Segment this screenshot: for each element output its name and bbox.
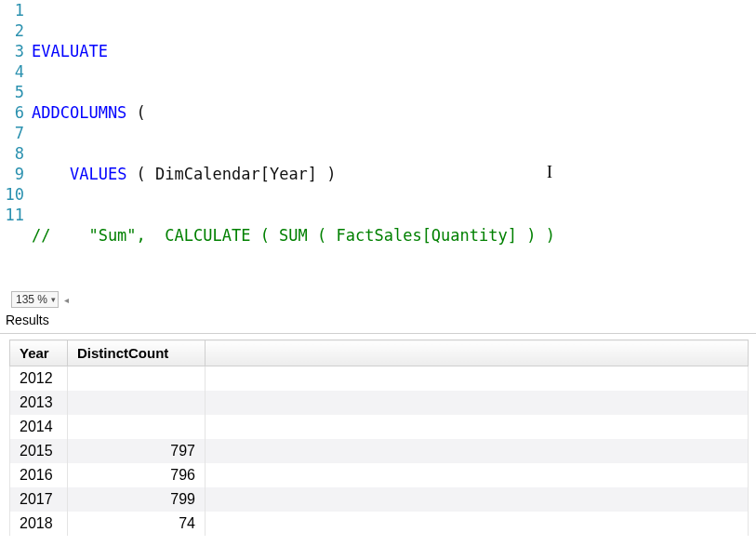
- line-number: 4: [0, 61, 24, 82]
- table-header-row: Year DistinctCount: [10, 340, 749, 366]
- results-pane: Year DistinctCount 2012 2013 2014 201579…: [0, 334, 756, 536]
- table-row[interactable]: 2017799: [10, 487, 749, 512]
- column-ref: DimCalendar[Year]: [155, 165, 317, 183]
- dax-editor[interactable]: 1 2 3 4 5 6 7 8 9 10 11 EVALUATE ADDCOLU…: [0, 0, 756, 288]
- line-number: 1: [0, 0, 24, 20]
- code-area[interactable]: EVALUATE ADDCOLUMNS ( VALUES ( DimCalend…: [30, 0, 756, 288]
- line-number: 5: [0, 82, 24, 102]
- cell-distinctcount: 74: [68, 512, 206, 536]
- cell-year: 2014: [10, 415, 68, 439]
- code-line: // ,"Max", CALCULATE ( MAX ( FactSales[Q…: [32, 286, 756, 288]
- table-row[interactable]: 2014: [10, 415, 749, 439]
- results-tab-label[interactable]: Results: [0, 311, 756, 334]
- keyword-evaluate: EVALUATE: [32, 42, 108, 60]
- column-header-empty: [206, 340, 749, 366]
- line-number: 9: [0, 164, 24, 184]
- line-number: 6: [0, 102, 24, 123]
- cell-distinctcount: [68, 391, 206, 415]
- line-number: 10: [0, 184, 24, 205]
- table-row[interactable]: 2013: [10, 391, 749, 415]
- scroll-left-icon[interactable]: ◂: [64, 295, 69, 305]
- cell-year: 2016: [10, 463, 68, 487]
- line-number: 7: [0, 123, 24, 143]
- cell-distinctcount: [68, 415, 206, 439]
- column-header-distinctcount[interactable]: DistinctCount: [68, 340, 206, 366]
- cell-distinctcount: 797: [68, 439, 206, 463]
- code-line: VALUES ( DimCalendar[Year] ): [32, 164, 756, 184]
- comment: // "Sum", CALCULATE ( SUM ( FactSales[Qu…: [32, 226, 555, 245]
- code-line: // "Sum", CALCULATE ( SUM ( FactSales[Qu…: [32, 225, 756, 246]
- table-row[interactable]: 2016796: [10, 463, 749, 487]
- keyword-addcolumns: ADDCOLUMNS: [32, 103, 126, 122]
- cell-distinctcount: 796: [68, 463, 206, 487]
- line-number: 2: [0, 20, 24, 41]
- results-table[interactable]: Year DistinctCount 2012 2013 2014 201579…: [9, 339, 749, 536]
- line-number: 3: [0, 41, 24, 61]
- table-row[interactable]: 2012: [10, 366, 749, 391]
- table-row[interactable]: 2015797: [10, 439, 749, 463]
- zoom-value: 135 %: [16, 293, 47, 306]
- cell-year: 2018: [10, 512, 68, 536]
- comment: // ,"Max", CALCULATE ( MAX ( FactSales[Q…: [32, 287, 555, 288]
- chevron-down-icon: ▾: [51, 295, 56, 304]
- zoom-level-dropdown[interactable]: 135 % ▾: [11, 291, 59, 308]
- line-number: 8: [0, 143, 24, 164]
- cell-year: 2017: [10, 487, 68, 512]
- cell-year: 2015: [10, 439, 68, 463]
- cell-distinctcount: 799: [68, 487, 206, 512]
- editor-status-bar: 135 % ▾ ◂: [0, 288, 756, 311]
- cell-distinctcount: [68, 366, 206, 391]
- code-line: EVALUATE: [32, 41, 756, 61]
- line-number-gutter: 1 2 3 4 5 6 7 8 9 10 11: [0, 0, 30, 288]
- line-number: 11: [0, 205, 24, 225]
- column-header-year[interactable]: Year: [10, 340, 68, 366]
- code-line: ADDCOLUMNS (: [32, 102, 756, 123]
- table-row[interactable]: 201874: [10, 512, 749, 536]
- keyword-values: VALUES: [70, 165, 126, 183]
- cell-year: 2012: [10, 366, 68, 391]
- cell-year: 2013: [10, 391, 68, 415]
